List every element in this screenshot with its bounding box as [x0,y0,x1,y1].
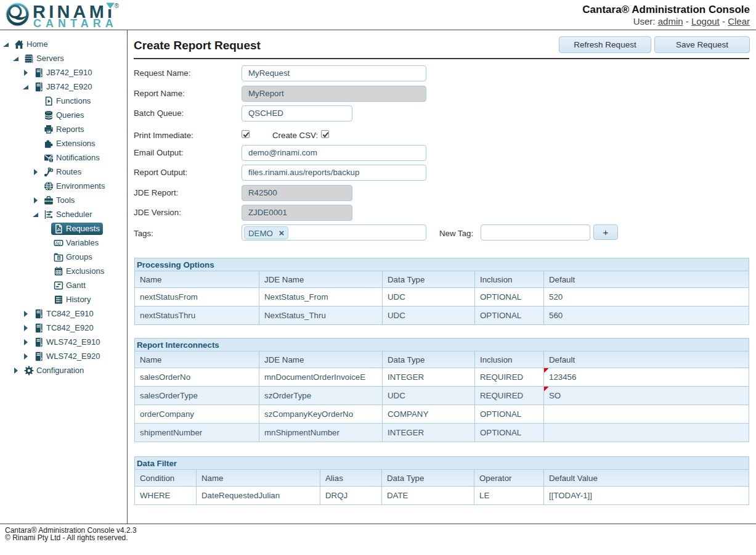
svg-text:CANTARA: CANTARA [33,17,118,30]
svg-text:®: ® [115,2,120,9]
svg-text:(x): (x) [55,240,60,245]
